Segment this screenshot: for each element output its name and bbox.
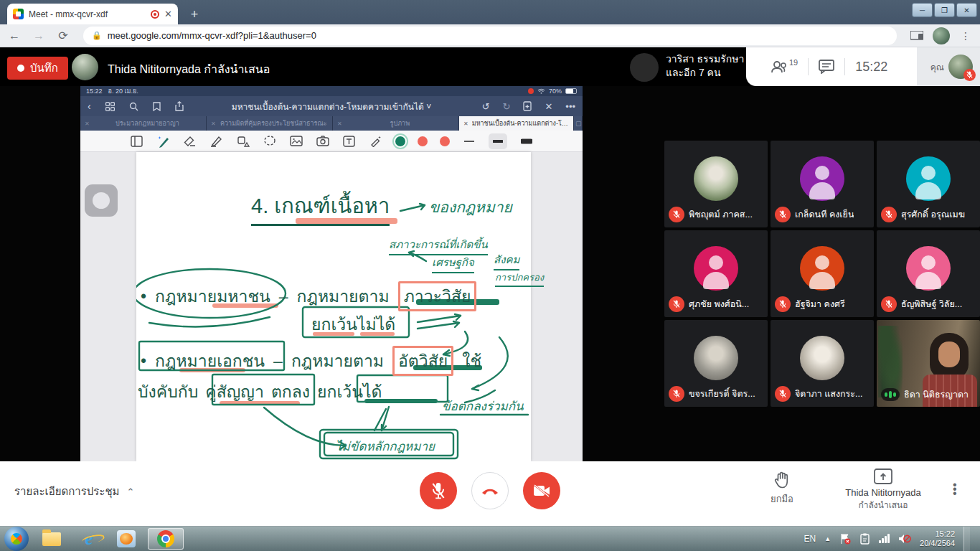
doc-tab-4-active: ✕มหาชนเบื้องต้น-ความแตกต่าง-โหม... bbox=[459, 116, 574, 131]
browser-profile-avatar[interactable] bbox=[933, 27, 950, 44]
meeting-details-button[interactable]: รายละเอียดการประชุม ⌃ bbox=[14, 483, 134, 500]
browser-menu-icon[interactable]: ⋮ bbox=[957, 27, 974, 44]
meet-stage: 15:22 อ. 20 เม.ย. 70% ‹ มหาชนเบื้องต้ bbox=[0, 86, 980, 461]
tab-close-icon: ✕ bbox=[211, 121, 216, 127]
presenting-status[interactable]: Thida Nititornyada กำลังนำเสนอ bbox=[836, 468, 930, 512]
face bbox=[938, 342, 960, 367]
chrome-taskbar-icon-active[interactable] bbox=[148, 528, 184, 550]
participant-name: พิชญุตม์ ภาคส... bbox=[689, 207, 753, 222]
dash: – bbox=[279, 287, 288, 306]
mic-off-icon bbox=[775, 386, 791, 402]
participant-name: สุรศักดิ์ อรุณเมฆ bbox=[901, 207, 965, 222]
note-b2-use: ใช้ bbox=[462, 348, 481, 374]
url-text: meet.google.com/mmx-qcvr-xdf?pli=1&authu… bbox=[108, 30, 316, 41]
participant-tile[interactable]: ขจรเกียรติ์ จิตร... bbox=[664, 320, 768, 407]
hang-up-button[interactable] bbox=[471, 472, 509, 509]
mic-off-icon bbox=[669, 296, 684, 312]
participant-tile[interactable]: สุรศักดิ์ อรุณเมฆ bbox=[877, 141, 980, 227]
windows-update-icon[interactable] bbox=[859, 533, 870, 545]
close-button[interactable]: ✕ bbox=[956, 3, 977, 17]
camera-toggle-button[interactable] bbox=[523, 472, 560, 509]
bullet-icon: • bbox=[141, 287, 146, 306]
ipad-status-bar: 15:22 อ. 20 เม.ย. 70% bbox=[80, 86, 583, 96]
color-green-selected bbox=[395, 136, 405, 146]
stroke-thin bbox=[462, 134, 476, 149]
note-situation: สภาวะการณ์ที่เกิดขึ้น bbox=[389, 236, 488, 255]
participant-name: ฮัฐจิมา คงศรี bbox=[795, 297, 845, 311]
tray-expand-icon[interactable]: ▲ bbox=[824, 535, 831, 542]
note-b1-def: กฎหมายตาม bbox=[297, 283, 390, 309]
roster-summary: วาริสา ธรรมรักษา และอีก 7 คน bbox=[666, 52, 744, 80]
participant-name: ธัญพิสิษฐ์ วิลัย... bbox=[901, 297, 962, 311]
network-signal-icon[interactable] bbox=[879, 534, 890, 543]
forward-button[interactable]: → bbox=[30, 27, 47, 44]
close-doc-icon: ✕ bbox=[545, 101, 552, 112]
speaking-indicator-icon bbox=[881, 388, 900, 401]
avatar bbox=[800, 336, 844, 380]
mic-off-icon bbox=[775, 296, 791, 312]
taskbar-clock[interactable]: 15:22 20/4/2564 bbox=[920, 529, 955, 548]
language-indicator[interactable]: EN bbox=[804, 534, 816, 544]
recording-label: บันทึก bbox=[30, 60, 58, 77]
participant-tile[interactable]: เกล็ดนที คงเย็น bbox=[771, 141, 874, 227]
action-center-flag-icon[interactable] bbox=[839, 533, 851, 545]
eraser-tool-icon bbox=[183, 134, 197, 149]
participant-video-tile[interactable]: ธิดา นิติธรญาดา bbox=[877, 320, 980, 407]
add-page-icon bbox=[523, 101, 532, 111]
internet-explorer-taskbar-icon[interactable]: e bbox=[75, 528, 103, 550]
note-bullet1-line: • กฎหมายมหาชน – กฎหมายตาม ภาวะวิสัย bbox=[141, 281, 476, 311]
mic-off-icon bbox=[881, 207, 897, 222]
note-b1-highlight: ภาวะวิสัย bbox=[398, 281, 477, 311]
media-player-taskbar-icon[interactable] bbox=[112, 528, 141, 550]
chat-button[interactable] bbox=[819, 60, 834, 74]
participant-tile[interactable]: ฮัฐจิมา คงศรี bbox=[771, 230, 874, 317]
participant-name: จิดาภา แสงกระ... bbox=[795, 387, 862, 401]
doc-tab-3: ✕รูปภาพ bbox=[333, 116, 459, 131]
page-panel-icon bbox=[130, 134, 144, 149]
note-l3-a: บังคับกับ bbox=[138, 379, 198, 405]
note-of-law: ของกฎหมาย bbox=[429, 195, 512, 219]
more-options-icon[interactable]: ••• bbox=[953, 483, 957, 496]
volume-muted-icon[interactable] bbox=[898, 533, 911, 545]
participant-tile[interactable]: ธัญพิสิษฐ์ วิลัย... bbox=[877, 230, 980, 317]
doc-tab-2: ✕ความผิดที่คุ้มครองประโยชน์สาธารณะ bbox=[207, 116, 333, 131]
raise-hand-button[interactable]: ยกมือ bbox=[762, 471, 802, 507]
roster-line2: และอีก 7 คน bbox=[666, 66, 744, 80]
refresh-button[interactable]: ⟳ bbox=[55, 27, 72, 44]
tab-close-icon[interactable]: ✕ bbox=[164, 9, 172, 19]
self-avatar bbox=[948, 55, 973, 79]
back-button[interactable]: ← bbox=[6, 27, 23, 44]
avatar bbox=[800, 246, 844, 291]
presenter-banner: Thida Nititornyada กำลังนำเสนอ bbox=[108, 60, 270, 78]
doc-tab-1: ✕ประมวลกฎหมายอาญา bbox=[80, 116, 207, 131]
minimize-button[interactable]: ─ bbox=[912, 3, 933, 17]
participant-tile[interactable]: ศุภชัย พงศ์อนิ... bbox=[664, 230, 768, 317]
shape-tool-icon bbox=[236, 134, 250, 149]
participant-tile[interactable]: จิดาภา แสงกระ... bbox=[771, 320, 874, 407]
mic-toggle-button[interactable] bbox=[420, 472, 457, 509]
presenter-avatar bbox=[72, 54, 98, 80]
goodnotes-nav-bar: ‹ มหาชนเบื้องต้น-ความแตกต่าง-โหมดความเข้… bbox=[80, 96, 583, 116]
address-bar[interactable]: 🔒 meet.google.com/mmx-qcvr-xdf?pli=1&aut… bbox=[83, 27, 897, 45]
avatar bbox=[694, 336, 738, 380]
plant-decor bbox=[878, 326, 903, 397]
show-desktop-button[interactable] bbox=[963, 527, 970, 551]
start-button[interactable] bbox=[4, 527, 29, 551]
mic-off-icon bbox=[775, 207, 791, 222]
new-tab-button[interactable]: + bbox=[185, 6, 204, 23]
battery-icon bbox=[565, 88, 577, 94]
self-view-tile[interactable]: คุณ bbox=[917, 47, 980, 86]
cast-icon[interactable] bbox=[908, 27, 925, 44]
present-icon bbox=[874, 468, 892, 484]
note-b1-term: กฎหมายมหาชน bbox=[155, 283, 270, 309]
maximize-button[interactable]: ❐ bbox=[934, 3, 955, 17]
wifi-icon bbox=[537, 88, 545, 94]
participants-button[interactable]: 19 bbox=[771, 60, 798, 74]
browser-tab[interactable]: Meet - mmx-qcvr-xdf ✕ bbox=[7, 4, 178, 24]
explorer-taskbar-icon[interactable] bbox=[37, 528, 66, 550]
chevron-up-icon: ⌃ bbox=[126, 486, 134, 497]
bookmark-icon bbox=[153, 102, 161, 111]
note-bullet2-line: • กฎหมายเอกชน – กฎหมายตาม อัตวิสัย ใช้ bbox=[141, 346, 481, 376]
goodnotes-toolbar bbox=[80, 131, 583, 152]
participant-tile[interactable]: พิชญุตม์ ภาคส... bbox=[664, 141, 768, 227]
